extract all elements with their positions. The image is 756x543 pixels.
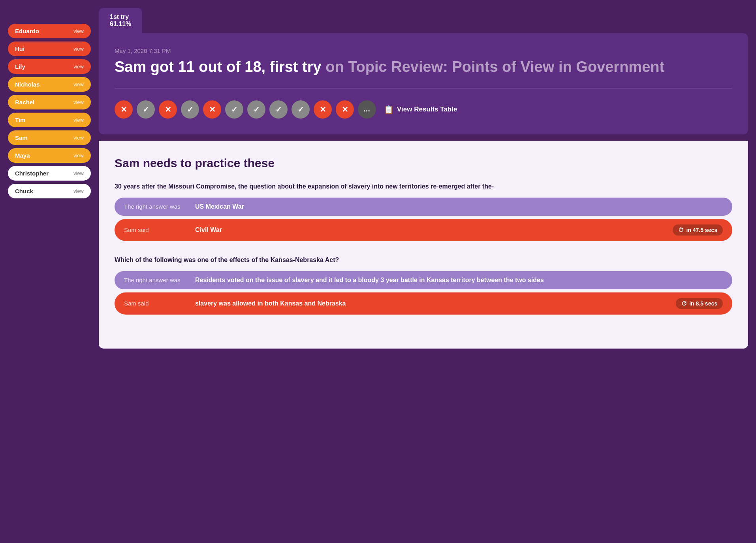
- result-card: May 1, 2020 7:31 PM Sam got 11 out of 18…: [99, 33, 748, 134]
- question-text-1: Which of the following was one of the ef…: [115, 255, 732, 265]
- student-name: Lily: [15, 63, 25, 70]
- time-badge-0: ⏱ in 47.5 secs: [673, 224, 723, 236]
- student-name: Maya: [15, 152, 30, 159]
- view-link[interactable]: view: [73, 64, 84, 70]
- view-link[interactable]: view: [73, 170, 84, 176]
- sidebar-item-nicholas[interactable]: Nicholas view: [8, 77, 91, 92]
- main-content: 1st try 61.11% May 1, 2020 7:31 PM Sam g…: [99, 8, 748, 535]
- sidebar-item-eduardo[interactable]: Eduardo view: [8, 24, 91, 38]
- time-value-0: in 47.5 secs: [686, 227, 717, 233]
- question-text-0: 30 years after the Missouri Compromise, …: [115, 182, 732, 191]
- student-name: Hui: [15, 45, 24, 52]
- view-link[interactable]: view: [73, 135, 84, 141]
- result-title-muted: on Topic Review: Points of View in Gover…: [325, 58, 664, 75]
- student-name: Nicholas: [15, 81, 40, 88]
- questions-container: 30 years after the Missouri Compromise, …: [115, 182, 732, 315]
- correct-text-0: US Mexican War: [195, 203, 723, 210]
- result-icon-dots: …: [358, 100, 376, 119]
- result-icon-correct-1: ✓: [137, 100, 155, 119]
- result-icon-wrong-10: ✕: [336, 100, 354, 119]
- clock-icon-1: ⏱: [681, 300, 687, 307]
- tab-bar: 1st try 61.11%: [99, 8, 748, 33]
- result-title: Sam got 11 out of 18, first try on Topic…: [115, 58, 732, 76]
- wrong-text-1: slavery was allowed in both Kansas and N…: [195, 300, 676, 307]
- result-icon-wrong-0: ✕: [115, 100, 133, 119]
- result-icon-correct-7: ✓: [269, 100, 288, 119]
- view-link[interactable]: view: [73, 99, 84, 105]
- result-icon-wrong-9: ✕: [314, 100, 332, 119]
- practice-title: Sam needs to practice these: [115, 156, 732, 170]
- result-icon-wrong-4: ✕: [203, 100, 221, 119]
- sidebar-item-christopher[interactable]: Christopher view: [8, 166, 91, 181]
- correct-label-1: The right answer was: [124, 277, 195, 283]
- correct-answer-row-0: The right answer was US Mexican War: [115, 198, 732, 216]
- first-try-tab[interactable]: 1st try 61.11%: [99, 8, 142, 33]
- practice-section: Sam needs to practice these 30 years aft…: [99, 141, 748, 349]
- correct-label-0: The right answer was: [124, 203, 195, 210]
- view-results-button[interactable]: 📋View Results Table: [384, 105, 457, 114]
- sidebar-item-sam[interactable]: Sam view: [8, 130, 91, 145]
- view-link[interactable]: view: [73, 117, 84, 123]
- result-icon-wrong-2: ✕: [159, 100, 177, 119]
- student-name: Sam: [15, 134, 28, 141]
- view-link[interactable]: view: [73, 153, 84, 158]
- student-name: Eduardo: [15, 28, 39, 34]
- sidebar-item-lily[interactable]: Lily view: [8, 59, 91, 74]
- result-icon-correct-6: ✓: [247, 100, 265, 119]
- wrong-answer-row-0: Sam said Civil War ⏱ in 47.5 secs: [115, 219, 732, 241]
- view-link[interactable]: view: [73, 28, 84, 34]
- view-link[interactable]: view: [73, 188, 84, 194]
- result-date: May 1, 2020 7:31 PM: [115, 47, 732, 54]
- student-name: Tim: [15, 117, 25, 123]
- sidebar-item-hui[interactable]: Hui view: [8, 41, 91, 56]
- document-icon: 📋: [384, 105, 394, 114]
- time-value-1: in 8.5 secs: [689, 300, 717, 307]
- clock-icon-0: ⏱: [678, 227, 684, 233]
- tab-label: 1st try: [110, 13, 131, 21]
- sidebar-item-maya[interactable]: Maya view: [8, 148, 91, 163]
- student-name: Rachel: [15, 99, 34, 106]
- view-link[interactable]: view: [73, 81, 84, 87]
- view-link[interactable]: view: [73, 46, 84, 52]
- sidebar-item-chuck[interactable]: Chuck view: [8, 184, 91, 198]
- result-title-main: Sam got 11 out of 18, first try: [115, 58, 322, 75]
- sidebar: Eduardo view Hui view Lily view Nicholas…: [8, 8, 91, 535]
- correct-text-1: Residents voted on the issue of slavery …: [195, 277, 723, 284]
- wrong-label-1: Sam said: [124, 300, 195, 307]
- result-icon-correct-8: ✓: [291, 100, 310, 119]
- student-name: Chuck: [15, 188, 33, 194]
- question-block-0: 30 years after the Missouri Compromise, …: [115, 182, 732, 241]
- wrong-text-0: Civil War: [195, 226, 673, 234]
- sidebar-item-tim[interactable]: Tim view: [8, 113, 91, 127]
- sidebar-item-rachel[interactable]: Rachel view: [8, 95, 91, 109]
- correct-answer-row-1: The right answer was Residents voted on …: [115, 271, 732, 289]
- card-divider: [115, 88, 732, 89]
- view-results-label: View Results Table: [397, 106, 457, 113]
- wrong-answer-row-1: Sam said slavery was allowed in both Kan…: [115, 292, 732, 315]
- time-badge-1: ⏱ in 8.5 secs: [676, 298, 723, 309]
- question-block-1: Which of the following was one of the ef…: [115, 255, 732, 315]
- student-name: Christopher: [15, 170, 49, 177]
- result-icon-correct-3: ✓: [181, 100, 199, 119]
- tab-score: 61.11%: [110, 21, 131, 28]
- result-icon-correct-5: ✓: [225, 100, 243, 119]
- results-row: ✕✓✕✓✕✓✓✓✓✕✕…📋View Results Table: [115, 100, 732, 119]
- wrong-label-0: Sam said: [124, 226, 195, 233]
